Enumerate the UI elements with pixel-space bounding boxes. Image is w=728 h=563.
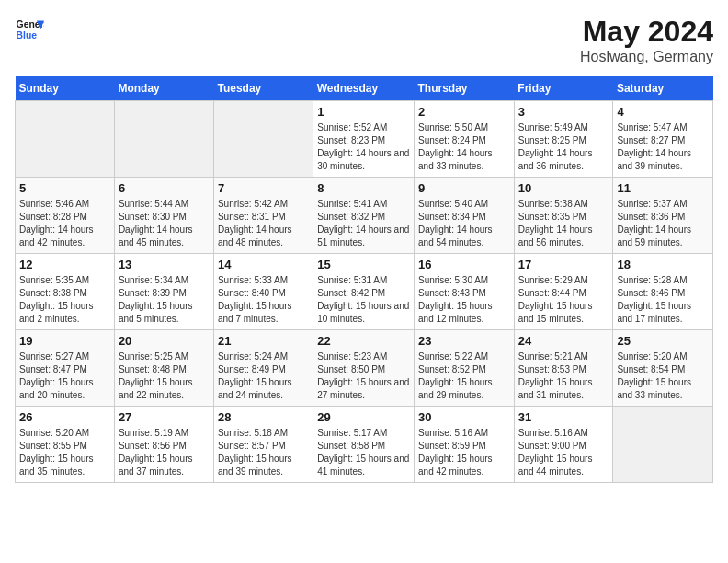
calendar-cell: 24Sunrise: 5:21 AMSunset: 8:53 PMDayligh… [514, 330, 613, 407]
calendar-cell: 31Sunrise: 5:16 AMSunset: 9:00 PMDayligh… [514, 407, 613, 483]
day-number: 1 [317, 105, 410, 119]
day-number: 8 [317, 181, 410, 195]
day-info: Sunrise: 5:19 AMSunset: 8:56 PMDaylight:… [119, 427, 210, 478]
calendar-cell: 25Sunrise: 5:20 AMSunset: 8:54 PMDayligh… [613, 330, 713, 407]
calendar-week-row: 5Sunrise: 5:46 AMSunset: 8:28 PMDaylight… [16, 178, 713, 254]
calendar-cell: 9Sunrise: 5:40 AMSunset: 8:34 PMDaylight… [415, 178, 515, 254]
title-block: May 2024 Hoslwang, Germany [580, 15, 713, 65]
day-number: 15 [317, 258, 410, 271]
day-number: 4 [617, 105, 709, 119]
calendar-cell [114, 101, 213, 178]
day-number: 31 [518, 410, 609, 424]
day-number: 29 [317, 410, 410, 424]
calendar-cell: 4Sunrise: 5:47 AMSunset: 8:27 PMDaylight… [613, 101, 713, 178]
calendar-cell: 12Sunrise: 5:35 AMSunset: 8:38 PMDayligh… [16, 254, 115, 330]
day-number: 18 [617, 258, 709, 271]
calendar-cell: 29Sunrise: 5:17 AMSunset: 8:58 PMDayligh… [313, 407, 415, 483]
day-number: 17 [518, 258, 609, 271]
weekday-header: Friday [514, 76, 613, 101]
day-info: Sunrise: 5:27 AMSunset: 8:47 PMDaylight:… [19, 350, 110, 402]
day-number: 13 [119, 258, 210, 271]
weekday-header: Saturday [613, 76, 713, 101]
day-info: Sunrise: 5:47 AMSunset: 8:27 PMDaylight:… [617, 121, 709, 173]
calendar-week-row: 12Sunrise: 5:35 AMSunset: 8:38 PMDayligh… [16, 254, 713, 330]
logo: General Blue [15, 15, 44, 44]
day-info: Sunrise: 5:16 AMSunset: 9:00 PMDaylight:… [518, 427, 609, 478]
day-info: Sunrise: 5:49 AMSunset: 8:25 PMDaylight:… [518, 121, 609, 173]
day-number: 25 [617, 334, 709, 348]
calendar-cell [213, 101, 313, 178]
day-info: Sunrise: 5:33 AMSunset: 8:40 PMDaylight:… [218, 274, 309, 326]
calendar-table: SundayMondayTuesdayWednesdayThursdayFrid… [15, 76, 713, 483]
day-info: Sunrise: 5:44 AMSunset: 8:30 PMDaylight:… [119, 198, 210, 249]
calendar-cell: 27Sunrise: 5:19 AMSunset: 8:56 PMDayligh… [114, 407, 213, 483]
day-info: Sunrise: 5:30 AMSunset: 8:43 PMDaylight:… [418, 274, 510, 326]
day-info: Sunrise: 5:34 AMSunset: 8:39 PMDaylight:… [119, 274, 210, 326]
day-info: Sunrise: 5:28 AMSunset: 8:46 PMDaylight:… [617, 274, 709, 326]
calendar-cell: 23Sunrise: 5:22 AMSunset: 8:52 PMDayligh… [415, 330, 515, 407]
calendar-cell: 19Sunrise: 5:27 AMSunset: 8:47 PMDayligh… [16, 330, 115, 407]
calendar-cell: 30Sunrise: 5:16 AMSunset: 8:59 PMDayligh… [415, 407, 515, 483]
page-subtitle: Hoslwang, Germany [580, 49, 713, 65]
day-number: 7 [218, 181, 309, 195]
weekday-header: Wednesday [313, 76, 415, 101]
day-info: Sunrise: 5:22 AMSunset: 8:52 PMDaylight:… [418, 350, 510, 402]
day-info: Sunrise: 5:18 AMSunset: 8:57 PMDaylight:… [218, 427, 309, 478]
day-number: 10 [518, 181, 609, 195]
day-number: 14 [218, 258, 309, 271]
day-info: Sunrise: 5:50 AMSunset: 8:24 PMDaylight:… [418, 121, 510, 173]
day-info: Sunrise: 5:41 AMSunset: 8:32 PMDaylight:… [317, 198, 410, 249]
calendar-cell: 28Sunrise: 5:18 AMSunset: 8:57 PMDayligh… [213, 407, 313, 483]
day-number: 9 [418, 181, 510, 195]
weekday-header: Tuesday [213, 76, 313, 101]
day-number: 23 [418, 334, 510, 348]
weekday-header: Thursday [415, 76, 515, 101]
day-number: 26 [19, 410, 110, 424]
day-number: 27 [119, 410, 210, 424]
logo-icon: General Blue [15, 15, 44, 44]
calendar-cell [16, 101, 115, 178]
day-info: Sunrise: 5:23 AMSunset: 8:50 PMDaylight:… [317, 350, 410, 402]
calendar-cell: 1Sunrise: 5:52 AMSunset: 8:23 PMDaylight… [313, 101, 415, 178]
calendar-cell: 14Sunrise: 5:33 AMSunset: 8:40 PMDayligh… [213, 254, 313, 330]
calendar-cell: 8Sunrise: 5:41 AMSunset: 8:32 PMDaylight… [313, 178, 415, 254]
day-number: 11 [617, 181, 709, 195]
day-number: 22 [317, 334, 410, 348]
day-info: Sunrise: 5:20 AMSunset: 8:55 PMDaylight:… [19, 427, 110, 478]
day-info: Sunrise: 5:37 AMSunset: 8:36 PMDaylight:… [617, 198, 709, 249]
day-info: Sunrise: 5:17 AMSunset: 8:58 PMDaylight:… [317, 427, 410, 478]
day-number: 19 [19, 334, 110, 348]
day-info: Sunrise: 5:16 AMSunset: 8:59 PMDaylight:… [418, 427, 510, 478]
calendar-cell: 21Sunrise: 5:24 AMSunset: 8:49 PMDayligh… [213, 330, 313, 407]
day-number: 21 [218, 334, 309, 348]
calendar-cell: 6Sunrise: 5:44 AMSunset: 8:30 PMDaylight… [114, 178, 213, 254]
weekday-header-row: SundayMondayTuesdayWednesdayThursdayFrid… [16, 76, 713, 101]
day-number: 30 [418, 410, 510, 424]
day-number: 28 [218, 410, 309, 424]
calendar-cell: 2Sunrise: 5:50 AMSunset: 8:24 PMDaylight… [415, 101, 515, 178]
page-title: May 2024 [580, 15, 713, 49]
day-number: 16 [418, 258, 510, 271]
svg-text:Blue: Blue [17, 30, 38, 40]
day-info: Sunrise: 5:21 AMSunset: 8:53 PMDaylight:… [518, 350, 609, 402]
day-info: Sunrise: 5:46 AMSunset: 8:28 PMDaylight:… [19, 198, 110, 249]
day-info: Sunrise: 5:38 AMSunset: 8:35 PMDaylight:… [518, 198, 609, 249]
calendar-cell: 15Sunrise: 5:31 AMSunset: 8:42 PMDayligh… [313, 254, 415, 330]
calendar-cell: 18Sunrise: 5:28 AMSunset: 8:46 PMDayligh… [613, 254, 713, 330]
day-number: 20 [119, 334, 210, 348]
page-header: General Blue May 2024 Hoslwang, Germany [15, 15, 713, 65]
day-number: 12 [19, 258, 110, 271]
day-number: 24 [518, 334, 609, 348]
calendar-week-row: 19Sunrise: 5:27 AMSunset: 8:47 PMDayligh… [16, 330, 713, 407]
day-info: Sunrise: 5:29 AMSunset: 8:44 PMDaylight:… [518, 274, 609, 326]
day-info: Sunrise: 5:42 AMSunset: 8:31 PMDaylight:… [218, 198, 309, 249]
day-info: Sunrise: 5:24 AMSunset: 8:49 PMDaylight:… [218, 350, 309, 402]
calendar-cell: 13Sunrise: 5:34 AMSunset: 8:39 PMDayligh… [114, 254, 213, 330]
day-info: Sunrise: 5:20 AMSunset: 8:54 PMDaylight:… [617, 350, 709, 402]
day-info: Sunrise: 5:35 AMSunset: 8:38 PMDaylight:… [19, 274, 110, 326]
calendar-cell: 17Sunrise: 5:29 AMSunset: 8:44 PMDayligh… [514, 254, 613, 330]
calendar-cell: 10Sunrise: 5:38 AMSunset: 8:35 PMDayligh… [514, 178, 613, 254]
calendar-cell: 11Sunrise: 5:37 AMSunset: 8:36 PMDayligh… [613, 178, 713, 254]
calendar-week-row: 26Sunrise: 5:20 AMSunset: 8:55 PMDayligh… [16, 407, 713, 483]
day-info: Sunrise: 5:25 AMSunset: 8:48 PMDaylight:… [119, 350, 210, 402]
